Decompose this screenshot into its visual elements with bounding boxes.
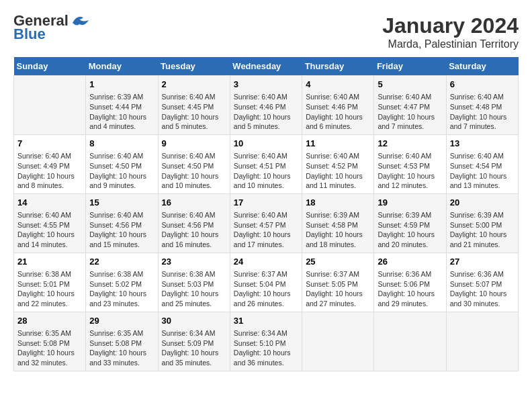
day-info-line: Sunrise: 6:40 AM [306, 92, 370, 102]
day-info-line: Sunset: 4:56 PM [162, 220, 226, 230]
day-info-line: Sunrise: 6:39 AM [450, 210, 515, 220]
day-info-line: Daylight: 10 hours [450, 289, 515, 299]
day-number: 2 [162, 79, 226, 91]
day-info-line: Sunrise: 6:40 AM [162, 92, 226, 102]
day-info-line: and 7 minutes. [450, 122, 515, 132]
day-number: 15 [89, 197, 154, 209]
day-info-line: Sunrise: 6:38 AM [17, 269, 82, 279]
day-info-line: Sunrise: 6:40 AM [89, 210, 154, 220]
calendar-cell: 6Sunrise: 6:40 AMSunset: 4:48 PMDaylight… [446, 76, 518, 135]
day-info-line: Daylight: 10 hours [234, 112, 298, 122]
day-info-line: Sunset: 4:44 PM [89, 102, 154, 112]
day-info-line: Sunrise: 6:40 AM [450, 92, 515, 102]
day-info-line: Sunrise: 6:37 AM [234, 269, 298, 279]
day-number: 1 [89, 79, 154, 91]
day-info-line: Sunset: 4:59 PM [378, 220, 442, 230]
calendar-cell: 30Sunrise: 6:34 AMSunset: 5:09 PMDayligh… [158, 312, 230, 371]
day-info-line: and 12 minutes. [378, 181, 442, 191]
day-info-line: Sunset: 5:10 PM [234, 338, 298, 349]
week-row-1: 1Sunrise: 6:39 AMSunset: 4:44 PMDaylight… [14, 76, 519, 135]
day-info-line: Sunset: 5:04 PM [234, 279, 298, 289]
day-info-line: Daylight: 10 hours [162, 112, 226, 122]
day-info-line: Sunrise: 6:34 AM [162, 328, 226, 338]
week-row-2: 7Sunrise: 6:40 AMSunset: 4:49 PMDaylight… [14, 134, 519, 193]
day-info-line: Sunrise: 6:40 AM [234, 151, 298, 161]
day-info-line: Daylight: 10 hours [234, 348, 298, 358]
day-info-line: Daylight: 10 hours [89, 112, 154, 122]
calendar-cell: 23Sunrise: 6:38 AMSunset: 5:03 PMDayligh… [158, 253, 230, 312]
day-info-line: and 35 minutes. [162, 358, 226, 368]
day-number: 10 [234, 138, 298, 150]
day-info-line: and 22 minutes. [17, 299, 82, 309]
day-info-line: Sunset: 4:46 PM [234, 102, 298, 112]
day-info-line: Daylight: 10 hours [89, 171, 154, 181]
day-info-line: Daylight: 10 hours [450, 112, 515, 122]
day-info-line: and 11 minutes. [306, 181, 370, 191]
day-info-line: Daylight: 10 hours [234, 171, 298, 181]
day-info-line: Daylight: 10 hours [17, 289, 82, 299]
day-info-line: Sunset: 5:09 PM [162, 338, 226, 349]
day-info-line: and 25 minutes. [162, 299, 226, 309]
day-number: 28 [17, 315, 82, 327]
day-info-line: and 21 minutes. [450, 240, 515, 250]
day-info-line: Daylight: 10 hours [162, 289, 226, 299]
calendar-cell: 25Sunrise: 6:37 AMSunset: 5:05 PMDayligh… [302, 253, 374, 312]
calendar-cell: 27Sunrise: 6:36 AMSunset: 5:07 PMDayligh… [446, 253, 518, 312]
calendar-cell: 24Sunrise: 6:37 AMSunset: 5:04 PMDayligh… [230, 253, 302, 312]
calendar-cell: 2Sunrise: 6:40 AMSunset: 4:45 PMDaylight… [158, 76, 230, 135]
day-info-line: Daylight: 10 hours [306, 289, 370, 299]
day-info-line: Sunset: 4:54 PM [450, 161, 515, 171]
week-row-5: 28Sunrise: 6:35 AMSunset: 5:08 PMDayligh… [14, 312, 519, 371]
day-number: 3 [234, 79, 298, 91]
calendar-cell: 13Sunrise: 6:40 AMSunset: 4:54 PMDayligh… [446, 134, 518, 193]
calendar-cell: 12Sunrise: 6:40 AMSunset: 4:53 PMDayligh… [374, 134, 446, 193]
day-number: 27 [450, 256, 515, 268]
day-number: 20 [450, 197, 515, 209]
day-info-line: and 17 minutes. [234, 240, 298, 250]
day-number: 5 [378, 79, 442, 91]
calendar-cell: 14Sunrise: 6:40 AMSunset: 4:55 PMDayligh… [14, 193, 86, 253]
day-info-line: Daylight: 10 hours [89, 348, 154, 358]
calendar-cell: 31Sunrise: 6:34 AMSunset: 5:10 PMDayligh… [230, 312, 302, 371]
day-info-line: and 27 minutes. [306, 299, 370, 309]
day-info-line: Daylight: 10 hours [162, 230, 226, 240]
day-info-line: Sunset: 5:02 PM [89, 279, 154, 289]
day-number: 6 [450, 79, 515, 91]
weekday-header-monday: Monday [86, 57, 158, 76]
calendar-cell: 19Sunrise: 6:39 AMSunset: 4:59 PMDayligh… [374, 193, 446, 253]
day-info-line: Daylight: 10 hours [17, 230, 82, 240]
day-info-line: Daylight: 10 hours [378, 112, 442, 122]
day-number: 23 [162, 256, 226, 268]
day-info-line: Sunrise: 6:39 AM [89, 92, 154, 102]
day-info-line: and 16 minutes. [162, 240, 226, 250]
day-number: 4 [306, 79, 370, 91]
day-info-line: Sunset: 4:50 PM [89, 161, 154, 171]
day-info-line: Sunset: 5:06 PM [378, 279, 442, 289]
day-info-line: Sunrise: 6:40 AM [17, 151, 82, 161]
calendar-cell: 16Sunrise: 6:40 AMSunset: 4:56 PMDayligh… [158, 193, 230, 253]
day-number: 26 [378, 256, 442, 268]
day-info-line: Sunset: 5:00 PM [450, 220, 515, 230]
day-info-line: Sunset: 4:57 PM [234, 220, 298, 230]
calendar-cell: 29Sunrise: 6:35 AMSunset: 5:08 PMDayligh… [86, 312, 158, 371]
day-info-line: Sunset: 4:58 PM [306, 220, 370, 230]
weekday-header-row: SundayMondayTuesdayWednesdayThursdayFrid… [14, 57, 519, 76]
calendar-cell: 7Sunrise: 6:40 AMSunset: 4:49 PMDaylight… [14, 134, 86, 193]
day-number: 30 [162, 315, 226, 327]
calendar-cell: 3Sunrise: 6:40 AMSunset: 4:46 PMDaylight… [230, 76, 302, 135]
day-info-line: Sunrise: 6:40 AM [17, 210, 82, 220]
calendar-cell: 4Sunrise: 6:40 AMSunset: 4:46 PMDaylight… [302, 76, 374, 135]
calendar-cell: 21Sunrise: 6:38 AMSunset: 5:01 PMDayligh… [14, 253, 86, 312]
day-info-line: Sunset: 5:07 PM [450, 279, 515, 289]
day-info-line: Daylight: 10 hours [306, 171, 370, 181]
day-info-line: Sunrise: 6:37 AM [306, 269, 370, 279]
day-number: 25 [306, 256, 370, 268]
day-info-line: and 23 minutes. [89, 299, 154, 309]
day-info-line: and 18 minutes. [306, 240, 370, 250]
day-info-line: Sunset: 5:08 PM [17, 338, 82, 349]
day-info-line: Sunset: 4:48 PM [450, 102, 515, 112]
day-number: 11 [306, 138, 370, 150]
day-info-line: and 7 minutes. [378, 122, 442, 132]
calendar-cell: 28Sunrise: 6:35 AMSunset: 5:08 PMDayligh… [14, 312, 86, 371]
calendar-cell [446, 312, 518, 371]
